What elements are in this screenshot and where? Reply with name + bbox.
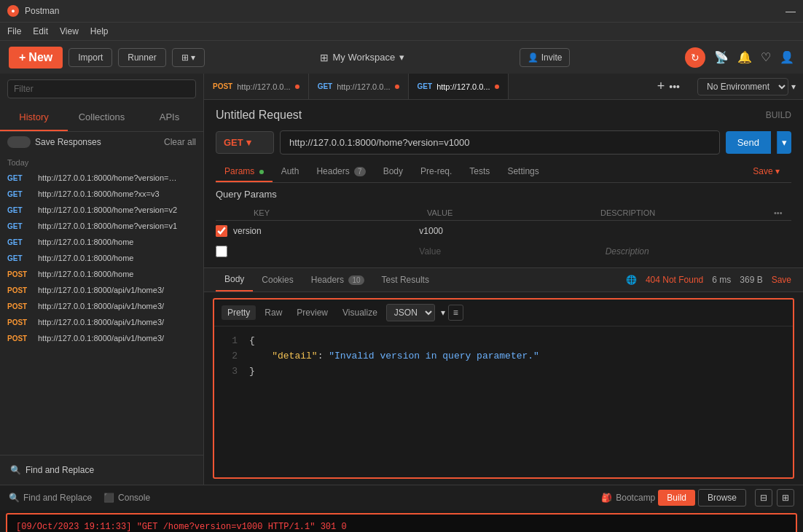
request-tab-0[interactable]: POST http://127.0.0...: [204, 74, 309, 99]
menu-view[interactable]: View: [60, 26, 79, 36]
console-label: Console: [118, 493, 150, 503]
list-item[interactable]: GET http://127.0.0.1:8000/home: [0, 234, 203, 250]
req-tab-settings[interactable]: Settings: [498, 160, 547, 182]
layout-toggle-button[interactable]: ⊞: [777, 489, 794, 506]
history-url: http://127.0.0.1:8000/api/v1/home3/: [38, 286, 164, 294]
preview-view-button[interactable]: Preview: [291, 305, 334, 320]
layout-split-button[interactable]: ⊟: [755, 489, 772, 506]
avatar-icon[interactable]: 👤: [780, 50, 794, 64]
console-button[interactable]: ⬛ Console: [103, 493, 150, 503]
sidebar-tab-history[interactable]: History: [0, 104, 68, 131]
browse-button[interactable]: Browse: [698, 489, 746, 506]
json-value: "Invalid version in query parameter.": [329, 351, 539, 361]
req-tab-auth[interactable]: Auth: [273, 160, 308, 182]
list-item[interactable]: GET http://127.0.0.1:8000/home?version=v…: [0, 218, 203, 234]
list-item[interactable]: GET http://127.0.0.1:8000/home?xx=v3: [0, 186, 203, 202]
bell-icon[interactable]: 🔔: [737, 50, 752, 64]
save-responses-toggle[interactable]: [7, 136, 31, 148]
url-input[interactable]: [280, 130, 720, 154]
resp-tab-test-results[interactable]: Test Results: [373, 269, 438, 291]
list-item[interactable]: POST http://127.0.0.1:8000/api/v1/home3/: [0, 330, 203, 346]
format-selector[interactable]: JSON: [386, 304, 435, 321]
find-replace-button[interactable]: 🔍 Find and Replace: [7, 461, 196, 479]
params-active-dot: [259, 170, 264, 174]
find-replace-status-button[interactable]: 🔍 Find and Replace: [9, 493, 92, 503]
globe-icon: 🌐: [626, 275, 637, 285]
sidebar-tab-collections[interactable]: Collections: [68, 104, 136, 131]
request-section-tabs: Params Auth Headers 7 Body Pre-req. Test…: [216, 160, 791, 183]
import-button[interactable]: Import: [68, 48, 112, 67]
param-checkbox-0[interactable]: [216, 225, 227, 237]
params-table: KEY VALUE DESCRIPTION ••• version v1000 …: [216, 206, 791, 262]
req-tab-tests[interactable]: Tests: [461, 160, 498, 182]
sidebar-tab-apis[interactable]: APIs: [136, 104, 203, 131]
bootcamp-label: Bootcamp: [616, 493, 655, 503]
resp-tab-body[interactable]: Body: [216, 268, 253, 292]
req-tab-prereq[interactable]: Pre-req.: [412, 160, 461, 182]
list-item[interactable]: POST http://127.0.0.1:8000/home: [0, 266, 203, 282]
status-badge: 404 Not Found: [646, 275, 703, 285]
runner-button[interactable]: Runner: [118, 48, 165, 67]
environment-selector[interactable]: No Environment: [697, 78, 788, 95]
response-size: 369 B: [740, 275, 762, 285]
save-request-button[interactable]: Save ▾: [741, 160, 791, 182]
param-key-1: [233, 249, 419, 254]
list-item[interactable]: POST http://127.0.0.1:8000/api/v1/home3/: [0, 314, 203, 330]
req-tab-headers[interactable]: Headers 7: [308, 160, 374, 182]
json-content: 1 { 2 "detail": "Invalid version in quer…: [214, 326, 793, 386]
workspace-label: My Workspace: [333, 52, 396, 63]
menu-file[interactable]: File: [7, 26, 21, 36]
method-selector[interactable]: GET ▾: [216, 131, 274, 154]
search-icon: 🔍: [10, 465, 21, 475]
filter-input[interactable]: [7, 79, 196, 98]
clear-all-button[interactable]: Clear all: [164, 137, 196, 147]
save-responses-area: Save Responses: [7, 136, 101, 148]
build-button[interactable]: Build: [658, 490, 695, 506]
invite-button[interactable]: 👤 Invite: [520, 48, 571, 67]
history-url: http://127.0.0.1:8000/api/v1/home3/: [38, 302, 164, 310]
list-item[interactable]: GET http://127.0.0.1:8000/home: [0, 250, 203, 266]
history-url: http://127.0.0.1:8000/home?version=v1000: [38, 173, 180, 182]
method-badge: POST: [7, 335, 34, 343]
tab-dot: [495, 85, 499, 89]
tab-url: http://127.0.0...: [436, 82, 490, 91]
new-button[interactable]: + New: [9, 47, 63, 69]
save-response-button[interactable]: Save: [772, 275, 791, 285]
menu-help[interactable]: Help: [90, 26, 109, 36]
app-logo: ●: [7, 5, 19, 17]
param-checkbox-1[interactable]: [216, 246, 227, 257]
wrap-button[interactable]: ≡: [448, 305, 463, 321]
list-item[interactable]: POST http://127.0.0.1:8000/api/v1/home3/: [0, 282, 203, 298]
sidebar-tabs: History Collections APIs: [0, 104, 203, 132]
request-tab-1[interactable]: GET http://127.0.0...: [309, 74, 409, 99]
resp-tab-cookies[interactable]: Cookies: [253, 269, 302, 291]
resp-tab-headers[interactable]: Headers 10: [302, 269, 373, 291]
req-tab-body[interactable]: Body: [375, 160, 412, 182]
heart-icon[interactable]: ♡: [761, 50, 771, 64]
satellite-icon[interactable]: 📡: [714, 50, 729, 64]
send-button[interactable]: Send: [726, 131, 771, 154]
list-item[interactable]: POST http://127.0.0.1:8000/api/v1/home3/: [0, 298, 203, 314]
workspace-selector[interactable]: ⊞ My Workspace ▾: [320, 52, 405, 63]
add-tab-button[interactable]: +: [657, 79, 665, 94]
statusbar: 🔍 Find and Replace ⬛ Console 🎒 Bootcamp …: [0, 485, 803, 510]
req-tab-params[interactable]: Params: [216, 160, 273, 182]
raw-view-button[interactable]: Raw: [259, 305, 288, 320]
bootcamp-button[interactable]: 🎒 Bootcamp: [601, 493, 655, 503]
refresh-button[interactable]: ↻: [685, 47, 705, 68]
layout-button[interactable]: ⊞ ▾: [172, 48, 205, 67]
request-tab-2[interactable]: GET http://127.0.0...: [409, 74, 509, 99]
tab-actions: + •••: [650, 79, 687, 94]
minimize-button[interactable]: —: [786, 5, 796, 17]
list-item[interactable]: GET http://127.0.0.1:8000/home?version=v…: [0, 202, 203, 218]
pretty-view-button[interactable]: Pretty: [222, 305, 256, 320]
visualize-view-button[interactable]: Visualize: [337, 305, 383, 320]
list-item[interactable]: GET http://127.0.0.1:8000/home?version=v…: [0, 170, 203, 186]
param-desc-1: Description: [606, 244, 791, 259]
menu-edit[interactable]: Edit: [33, 26, 48, 36]
statusbar-right: 🎒 Bootcamp Build Browse ⊟ ⊞: [601, 489, 794, 506]
more-tabs-button[interactable]: •••: [669, 81, 680, 93]
send-dropdown-button[interactable]: ▾: [777, 131, 791, 154]
env-chevron-icon: ▾: [791, 82, 796, 92]
response-time: 6 ms: [712, 275, 731, 285]
